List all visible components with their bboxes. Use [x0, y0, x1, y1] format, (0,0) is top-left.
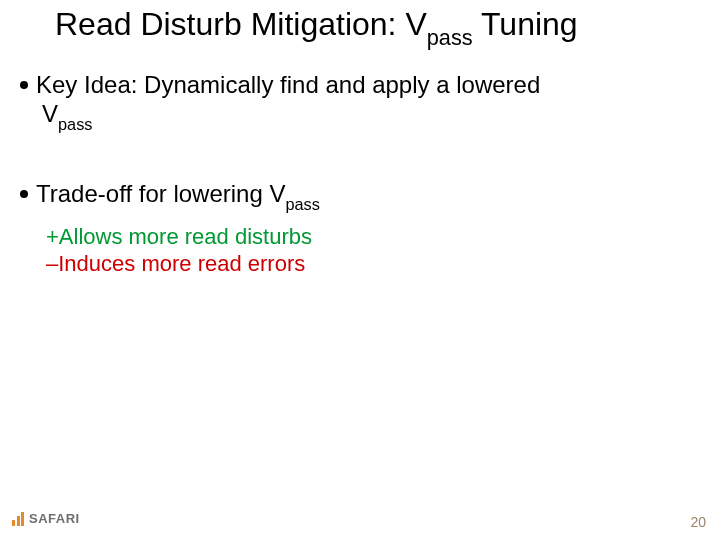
b2-sub: pass: [285, 195, 319, 213]
b2-pre: Trade-off for lowering V: [36, 180, 285, 207]
title-sub: pass: [427, 25, 473, 50]
safari-logo: SAFARI: [12, 511, 80, 526]
title-post: Tuning: [473, 6, 578, 42]
bullet-key-idea: Key Idea: Dynamically find and apply a l…: [20, 70, 690, 133]
slide: Read Disturb Mitigation: Vpass Tuning Ke…: [0, 0, 720, 540]
minus-text: Induces more read errors: [58, 251, 305, 276]
b1-l2-pre: V: [42, 100, 58, 127]
sub-minus: –Induces more read errors: [46, 250, 690, 278]
logo-bars-icon: [12, 512, 24, 526]
b1-l2-sub: pass: [58, 115, 92, 133]
sub-plus: +Allows more read disturbs: [46, 223, 690, 251]
page-number: 20: [690, 514, 706, 530]
logo-text: SAFARI: [29, 511, 80, 526]
plus-sign: +: [46, 224, 59, 249]
title-pre: Read Disturb Mitigation: V: [55, 6, 427, 42]
slide-title: Read Disturb Mitigation: Vpass Tuning: [55, 6, 700, 48]
b1-line2: Vpass: [42, 99, 690, 133]
bullet-dot-icon: [20, 81, 28, 89]
slide-body: Key Idea: Dynamically find and apply a l…: [20, 70, 690, 278]
bullet-tradeoff: Trade-off for lowering Vpass: [20, 179, 690, 213]
plus-text: Allows more read disturbs: [59, 224, 312, 249]
bullet-dot-icon: [20, 190, 28, 198]
b1-line1: Key Idea: Dynamically find and apply a l…: [36, 71, 540, 98]
spacer: [20, 143, 690, 179]
minus-sign: –: [46, 251, 58, 276]
